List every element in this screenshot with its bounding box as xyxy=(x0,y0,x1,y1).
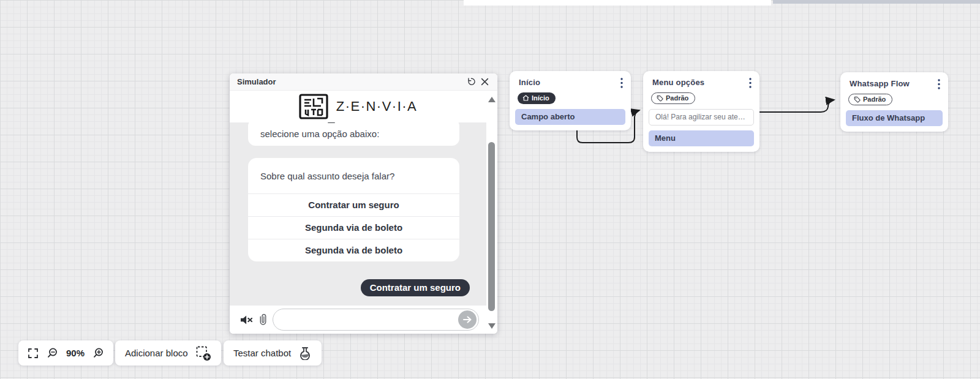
flow-canvas[interactable]: Simulador selecione uma opção abaixo: So… xyxy=(0,0,980,379)
simulator-header: Simulador xyxy=(230,73,497,91)
zoom-toolbar: 90% xyxy=(18,340,113,366)
message-input[interactable] xyxy=(282,309,426,330)
bot-message-bubble: selecione uma opção abaixo: xyxy=(248,119,459,146)
home-icon xyxy=(522,95,529,101)
paperclip-icon[interactable] xyxy=(258,313,268,326)
tag-icon xyxy=(657,95,663,102)
add-block-label: Adicionar bloco xyxy=(125,348,188,358)
kebab-menu-icon[interactable] xyxy=(619,78,624,88)
connector-menu-to-whatsapp[interactable] xyxy=(760,100,834,112)
kebab-menu-icon[interactable] xyxy=(937,79,941,89)
node-row-fluxo-whatsapp[interactable]: Fluxo de Whatsapp xyxy=(846,110,943,126)
test-chatbot-label: Testar chatbot xyxy=(233,348,291,358)
node-row-campo-aberto[interactable]: Campo aberto xyxy=(515,109,625,125)
option-button[interactable]: Segunda via de boleto xyxy=(248,239,459,261)
zoom-out-icon[interactable] xyxy=(47,347,58,359)
user-message-bubble: Contratar um seguro xyxy=(361,279,470,296)
flow-node-whatsapp-flow[interactable]: Whatsapp Flow Padrão Fluxo de Whatsapp xyxy=(840,72,948,132)
node-row-menu[interactable]: Menu xyxy=(649,130,754,146)
flask-icon xyxy=(298,347,312,360)
test-chatbot-button[interactable]: Testar chatbot xyxy=(224,340,322,366)
node-title: Início xyxy=(519,78,540,87)
mute-speaker-icon[interactable] xyxy=(239,314,254,326)
question-text: Sobre qual assunto deseja falar? xyxy=(248,158,459,193)
scrollbar-thumb[interactable] xyxy=(488,142,495,311)
close-icon[interactable] xyxy=(478,75,491,89)
option-button[interactable]: Segunda via de boleto xyxy=(248,216,459,239)
scroll-down-icon[interactable] xyxy=(488,323,496,329)
zenvia-logo-icon xyxy=(299,94,328,119)
node-row-message[interactable]: Olá! Para agilizar seu atendime... xyxy=(649,109,754,126)
add-block-button[interactable]: Adicionar bloco xyxy=(115,340,221,366)
kebab-menu-icon[interactable] xyxy=(748,78,753,88)
brand-header: Z·E·N·V·I·A xyxy=(230,91,486,122)
simulator-panel: Simulador selecione uma opção abaixo: So… xyxy=(230,73,497,334)
top-edge-scrollbar-fragment xyxy=(773,0,980,4)
chat-input-bar xyxy=(230,306,486,334)
tag-icon xyxy=(854,96,861,103)
flow-node-menu-opcoes[interactable]: Menu opções Padrão Olá! Para agilizar se… xyxy=(643,71,760,152)
node-title: Menu opções xyxy=(652,78,704,87)
options-card: Sobre qual assunto deseja falar? Contrat… xyxy=(248,158,459,261)
fit-screen-icon[interactable] xyxy=(28,348,39,359)
zoom-level-value: 90% xyxy=(66,348,85,358)
top-edge-panel-fragment xyxy=(464,0,771,6)
brand-wordmark: Z·E·N·V·I·A xyxy=(336,99,418,114)
message-input-pill xyxy=(273,309,479,331)
node-badge-inicio: Início xyxy=(518,92,556,104)
add-block-icon xyxy=(195,345,211,361)
zoom-in-icon[interactable] xyxy=(92,347,104,359)
chat-area: selecione uma opção abaixo: Sobre qual a… xyxy=(230,122,486,306)
simulator-title: Simulador xyxy=(237,77,464,86)
bot-message-text: selecione uma opção abaixo: xyxy=(260,129,379,139)
node-title: Whatsapp Flow xyxy=(850,79,910,88)
scroll-up-icon[interactable] xyxy=(488,97,496,102)
send-icon[interactable] xyxy=(458,310,477,329)
flow-node-inicio[interactable]: Início Início Campo aberto xyxy=(510,71,631,130)
simulator-scrollbar[interactable] xyxy=(486,91,497,334)
node-badge-padrao: Padrão xyxy=(848,94,892,105)
node-badge-padrao: Padrão xyxy=(651,92,695,104)
reset-icon[interactable] xyxy=(464,75,478,89)
option-button[interactable]: Contratar um seguro xyxy=(248,193,459,216)
